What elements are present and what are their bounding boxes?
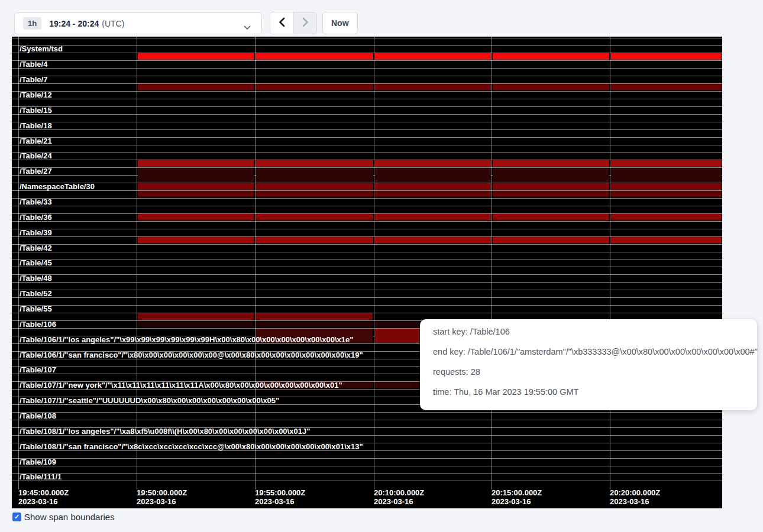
range-timezone: (UTC) — [102, 19, 124, 28]
axis-tick-date: 2023-03-16 — [255, 497, 305, 506]
axis-tick-label: 20:10:00.000Z2023-03-16 — [374, 488, 424, 506]
heat-band[interactable] — [493, 183, 609, 190]
heat-band[interactable] — [493, 84, 609, 90]
heat-band[interactable] — [375, 168, 491, 182]
heat-band[interactable] — [138, 321, 254, 327]
time-range-select[interactable]: 1h 19:24 - 20:24 (UTC) — [14, 12, 262, 34]
axis-tick-time: 20:20:00.000Z — [610, 488, 660, 497]
axis-tick-time: 19:55:00.000Z — [255, 488, 305, 497]
heat-band[interactable] — [138, 313, 254, 320]
row-label: /Table/109 — [20, 458, 56, 466]
tooltip-start-key: start key: /Table/106 — [433, 327, 744, 336]
span-boundary-line — [12, 290, 722, 290]
axis-tick-date: 2023-03-16 — [137, 497, 187, 506]
heat-band[interactable] — [611, 160, 722, 167]
heat-band[interactable] — [256, 321, 373, 327]
heat-band[interactable] — [375, 191, 491, 197]
span-boundary-line — [12, 99, 722, 99]
heat-band[interactable] — [611, 237, 722, 244]
time-gridline — [137, 37, 137, 489]
heat-band[interactable] — [611, 183, 722, 190]
heat-band[interactable] — [611, 214, 722, 220]
bucket-tooltip: start key: /Table/106 end key: /Table/10… — [420, 319, 757, 410]
heat-band[interactable] — [256, 53, 373, 60]
row-label: /Table/18 — [20, 122, 52, 129]
heat-band[interactable] — [256, 237, 373, 244]
heat-band[interactable] — [375, 214, 491, 220]
row-label: /Table/33 — [20, 198, 52, 206]
span-boundary-line — [12, 473, 722, 474]
span-boundary-line — [12, 152, 722, 153]
heat-band[interactable] — [375, 160, 491, 167]
heat-band[interactable] — [375, 237, 491, 244]
heat-band[interactable] — [611, 191, 722, 197]
span-boundary-line — [12, 145, 722, 145]
now-button[interactable]: Now — [322, 12, 358, 34]
show-span-boundaries-label: Show span boundaries — [24, 512, 115, 522]
axis-tick-time: 20:10:00.000Z — [374, 488, 424, 497]
heat-band[interactable] — [138, 53, 254, 60]
span-boundary-line — [12, 481, 722, 481]
heat-band[interactable] — [256, 84, 373, 90]
heatmap-canvas[interactable]: /System/tsd/Table/4/Table/7/Table/12/Tab… — [12, 37, 722, 486]
row-label: /Table/36 — [20, 213, 52, 221]
span-boundary-line — [12, 91, 722, 92]
heat-band[interactable] — [256, 214, 373, 220]
axis-tick-date: 2023-03-16 — [18, 497, 69, 506]
axis-tick-time: 19:50:00.000Z — [137, 488, 187, 497]
span-boundary-line — [12, 206, 722, 206]
heat-band[interactable] — [493, 160, 609, 167]
time-gridline — [18, 37, 19, 489]
heat-band[interactable] — [375, 183, 491, 190]
heat-band[interactable] — [611, 168, 722, 182]
span-boundary-line — [12, 122, 722, 122]
key-visualizer-chart[interactable]: /System/tsd/Table/4/Table/7/Table/12/Tab… — [12, 37, 722, 508]
show-span-boundaries-checkbox[interactable]: ✓ — [12, 512, 21, 521]
heat-band[interactable] — [138, 191, 254, 197]
chevron-left-icon — [279, 17, 285, 29]
heat-band[interactable] — [138, 168, 254, 182]
span-boundary-line — [12, 274, 722, 275]
span-boundary-line — [12, 267, 722, 267]
heat-band[interactable] — [256, 191, 373, 197]
axis-tick-label: 20:20:00.000Z2023-03-16 — [610, 488, 660, 506]
row-label: /Table/39 — [20, 229, 52, 236]
heat-band[interactable] — [256, 168, 373, 182]
row-label: /NamespaceTable/30 — [20, 183, 95, 190]
heat-band[interactable] — [138, 214, 254, 220]
row-label: /Table/7 — [20, 76, 47, 83]
heat-band[interactable] — [138, 237, 254, 244]
heat-band[interactable] — [138, 160, 254, 167]
heat-band[interactable] — [375, 53, 491, 60]
tooltip-time: time: Thu, 16 Mar 2023 19:55:00 GMT — [433, 388, 744, 397]
heat-band[interactable] — [611, 84, 722, 90]
span-boundary-line — [12, 297, 722, 298]
axis-tick-date: 2023-03-16 — [492, 497, 542, 506]
heat-band[interactable] — [493, 53, 609, 60]
prev-interval-button[interactable] — [270, 12, 293, 34]
heat-band[interactable] — [256, 183, 373, 190]
time-gridline — [255, 37, 256, 489]
axis-tick-time: 19:45:00.000Z — [18, 488, 69, 497]
span-boundary-line — [12, 38, 722, 38]
span-boundary-line — [12, 229, 722, 229]
span-boundary-line — [12, 221, 722, 222]
span-boundary-line — [12, 114, 722, 115]
row-label: /Table/107 — [20, 366, 56, 374]
heat-band[interactable] — [493, 168, 609, 182]
row-label: /Table/106/1/"los angeles"/"\x99\x99\x99… — [20, 336, 353, 343]
heat-band[interactable] — [493, 237, 609, 244]
row-label: /Table/12 — [20, 91, 52, 99]
axis-tick-label: 19:55:00.000Z2023-03-16 — [255, 488, 305, 506]
heat-band[interactable] — [611, 53, 722, 60]
heat-band[interactable] — [138, 84, 254, 90]
heat-band[interactable] — [256, 313, 373, 320]
next-interval-button[interactable] — [293, 12, 316, 34]
heat-band[interactable] — [256, 160, 373, 167]
axis-tick-label: 20:15:00.000Z2023-03-16 — [492, 488, 542, 506]
heat-band[interactable] — [375, 84, 491, 90]
heat-band[interactable] — [493, 191, 609, 197]
heat-band[interactable] — [138, 183, 254, 190]
row-label: /Table/106 — [20, 320, 56, 328]
heat-band[interactable] — [493, 214, 609, 220]
